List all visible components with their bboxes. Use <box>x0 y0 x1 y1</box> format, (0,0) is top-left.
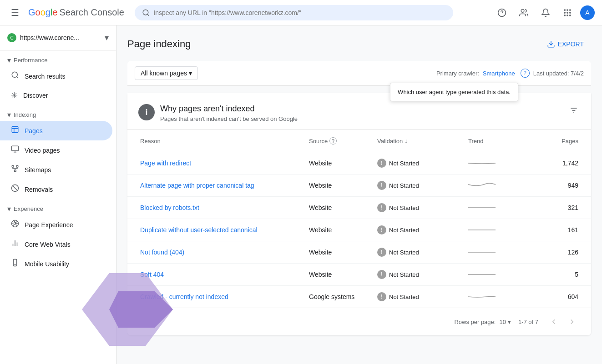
filter-info: Primary crawler: Smartphone ? Last updat… <box>436 69 584 78</box>
table-filter-icon[interactable] <box>567 104 580 119</box>
svg-rect-4 <box>564 9 566 10</box>
reason-cell[interactable]: Duplicate without user-selected canonica… <box>138 219 307 241</box>
pages-filter-dropdown[interactable]: All known pages ▾ <box>135 66 198 80</box>
col-header-source[interactable]: Source ? <box>307 134 375 148</box>
validation-cell: ! Not Started <box>375 241 466 263</box>
validation-badge-dot: ! <box>377 292 386 301</box>
url-inspect-input[interactable] <box>153 9 446 16</box>
reason-cell[interactable]: Soft 404 <box>138 264 307 285</box>
trend-cell <box>466 286 535 308</box>
reason-cell[interactable]: Crawled - currently not indexed <box>138 286 307 308</box>
validation-badge-dot: ! <box>377 159 386 168</box>
svg-rect-5 <box>567 9 568 10</box>
sidebar-item-mobile-usability[interactable]: Mobile Usability <box>0 254 112 274</box>
sidebar-item-label: Sitemaps <box>25 166 51 174</box>
table-row: Soft 404 Website ! Not Started 5 <box>127 264 591 286</box>
source-help-icon[interactable]: ? <box>329 137 337 145</box>
sidebar-item-discover[interactable]: ✳ Discover <box>0 86 112 105</box>
notifications-icon[interactable] <box>536 4 555 22</box>
experience-section-label: Experience <box>14 205 43 212</box>
sidebar-item-video-pages[interactable]: Video pages <box>0 140 112 160</box>
svg-rect-12 <box>569 15 571 16</box>
discover-icon: ✳ <box>11 90 18 100</box>
pagination-info: 1-7 of 7 <box>518 319 538 325</box>
help-icon[interactable] <box>493 4 511 22</box>
sidebar-section-performance[interactable]: ▾ Performance <box>0 50 116 66</box>
pages-cell: 126 <box>535 241 580 263</box>
dropdown-chevron-icon: ▾ <box>189 70 192 77</box>
sidebar-item-page-experience[interactable]: Page Experience <box>0 215 112 234</box>
svg-rect-14 <box>12 126 18 133</box>
col-header-reason: Reason <box>138 134 307 148</box>
rows-per-page-value: 10 <box>499 319 506 325</box>
sidebar-item-pages[interactable]: Pages <box>0 121 112 140</box>
card-header-left: i Why pages aren't indexed Pages that ar… <box>138 104 298 122</box>
sidebar-item-sitemaps[interactable]: Sitemaps <box>0 160 112 180</box>
sidebar-section-indexing[interactable]: ▾ Indexing <box>0 105 116 121</box>
crawler-help-icon[interactable]: ? <box>521 69 530 78</box>
sidebar-item-core-web-vitals[interactable]: Core Web Vitals <box>0 234 112 254</box>
sidebar-section-experience[interactable]: ▾ Experience <box>0 199 116 215</box>
reason-cell[interactable]: Page with redirect <box>138 152 307 174</box>
menu-icon[interactable]: ☰ <box>7 4 23 22</box>
sidebar-item-label: Pages <box>25 127 43 135</box>
card-header: i Why pages aren't indexed Pages that ar… <box>127 93 591 130</box>
trend-cell <box>466 264 535 285</box>
svg-rect-16 <box>12 165 14 167</box>
validation-text: Not Started <box>389 160 419 167</box>
trend-chart <box>468 270 500 279</box>
last-updated-text: Last updated: 7/4/2 <box>533 70 584 77</box>
svg-point-0 <box>143 10 148 15</box>
pagination-buttons <box>546 314 580 330</box>
trend-chart <box>468 203 500 212</box>
search-icon <box>142 9 150 17</box>
sidebar-item-search-results[interactable]: Search results <box>0 66 112 86</box>
svg-rect-18 <box>15 170 16 172</box>
property-selector[interactable]: C https://www.corene... ▾ <box>0 29 116 50</box>
logo-letter-e: e <box>52 7 57 17</box>
card-title: Why pages aren't indexed <box>160 104 298 114</box>
source-cell: Google systems <box>307 286 375 308</box>
svg-rect-6 <box>569 9 571 10</box>
prev-page-button[interactable] <box>546 314 562 330</box>
apps-grid-icon[interactable] <box>558 4 577 22</box>
svg-rect-7 <box>564 12 566 13</box>
col-header-validation[interactable]: Validation ↓ <box>375 134 466 148</box>
logo-search-console: Search Console <box>60 7 124 17</box>
main-layout: C https://www.corene... ▾ ▾ Performance … <box>0 25 602 364</box>
export-button[interactable]: EXPORT <box>540 36 591 52</box>
validation-cell: ! Not Started <box>375 264 466 285</box>
reason-cell[interactable]: Alternate page with proper canonical tag <box>138 175 307 196</box>
chevron-icon: ▾ <box>7 204 11 213</box>
svg-rect-17 <box>16 165 18 167</box>
rows-select-chevron-icon: ▾ <box>508 319 511 325</box>
url-inspect-bar[interactable] <box>135 5 453 20</box>
rows-per-page-select[interactable]: 10 ▾ <box>499 319 511 325</box>
chevron-icon: ▾ <box>7 110 11 119</box>
svg-line-20 <box>13 186 18 191</box>
core-web-vitals-icon <box>11 239 19 249</box>
sidebar: C https://www.corene... ▾ ▾ Performance … <box>0 25 116 364</box>
source-cell: Website <box>307 264 375 285</box>
table-footer: Rows per page: 10 ▾ 1-7 of 7 <box>127 308 591 335</box>
validation-text: Not Started <box>389 227 419 234</box>
reason-cell[interactable]: Not found (404) <box>138 241 307 263</box>
source-cell: Website <box>307 197 375 219</box>
sidebar-item-removals[interactable]: Removals <box>0 180 112 199</box>
validation-text: Not Started <box>389 182 419 189</box>
property-favicon: C <box>7 33 16 42</box>
chevron-icon: ▾ <box>7 56 11 65</box>
reason-cell[interactable]: Blocked by robots.txt <box>138 197 307 219</box>
svg-rect-8 <box>567 12 568 13</box>
source-cell: Website <box>307 152 375 174</box>
trend-chart <box>468 292 500 301</box>
svg-rect-10 <box>564 15 566 16</box>
next-page-button[interactable] <box>564 314 580 330</box>
avatar[interactable]: A <box>580 5 595 20</box>
users-management-icon[interactable] <box>515 4 533 22</box>
app-header: ☰ GoogleSearch Console <box>0 0 602 25</box>
indexing-card: i Why pages aren't indexed Pages that ar… <box>127 93 591 335</box>
rows-per-page: Rows per page: 10 ▾ <box>454 319 511 325</box>
info-icon: i <box>138 104 155 120</box>
search-results-icon <box>11 71 19 81</box>
